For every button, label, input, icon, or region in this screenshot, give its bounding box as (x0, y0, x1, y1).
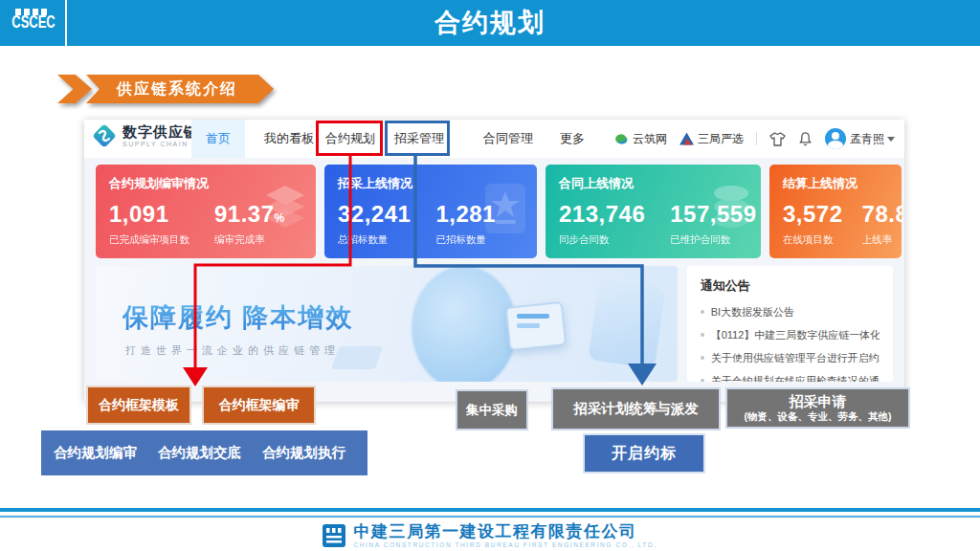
header-bar: CSCEC 合约规划 (0, 0, 980, 46)
bell-icon[interactable] (798, 131, 813, 146)
supply-chain-logo-icon (92, 123, 117, 148)
dashboard-navbar: 数字供应链 SUPPLY CHAIN 首页 我的看板 合约规划 招采管理 合同管… (84, 120, 904, 158)
navbar-right: 云筑网 三局严选 (613, 120, 895, 158)
tab-contract-planning[interactable]: 合约规划 (325, 120, 375, 158)
nav-divider (756, 132, 757, 145)
dashboard-body: 合约规划编审情况 1,091 已完成编审项目数 91.37% 编审完成率 (84, 158, 904, 402)
metric: 213,746 同步合同数 (559, 201, 645, 247)
tab-home[interactable]: 首页 (191, 120, 245, 158)
notice-item[interactable]: 【0112】中建三局数字供应链一体化平... (701, 328, 880, 342)
stat-card-bidding: 招采上线情况 32,241 总招标数量 1,281 已招标数量 (324, 165, 537, 258)
company-name-en: CHINA CONSTRUCTION THIRD BUREAU FIRST EN… (353, 540, 657, 549)
metric: 32,241 总招标数量 (338, 201, 411, 247)
star-badge-icon (481, 182, 529, 235)
metric: 78.8 上线率 (862, 201, 902, 247)
central-procurement-button[interactable]: 集中采购 (456, 389, 528, 430)
open-bid-button[interactable]: 开启约标 (583, 433, 705, 474)
logo-title: 数字供应链 (122, 124, 199, 140)
tab-bidding-management[interactable]: 招采管理 (394, 120, 444, 158)
user-menu[interactable]: 孟青照 (825, 128, 895, 149)
footer-rule-thin (0, 516, 980, 518)
bidding-apply-button[interactable]: 招采申请 (物资、设备、专业、劳务、其他) (725, 387, 910, 429)
droplet-illustration (412, 266, 517, 382)
step-label: 合约规划编审 (54, 444, 137, 462)
portal-link-sanju[interactable]: 三局严选 (679, 131, 744, 147)
footer-rule-thick (0, 508, 980, 512)
stat-card-settlement: 结算上线情况 3,572 在线项目数 78.8 上线率 (769, 165, 902, 258)
sanju-icon (679, 132, 694, 145)
logo-subtitle: SUPPLY CHAIN (122, 140, 199, 148)
banner-subtitle: 打造世界一流企业的供应链管理 (125, 343, 340, 358)
metric: 3,572 在线项目数 (783, 201, 843, 247)
section-badge-label: 供应链系统介绍 (86, 75, 274, 103)
contract-framework-template-button[interactable]: 合约框架模板 (86, 386, 191, 425)
contract-framework-review-button[interactable]: 合约框架编审 (202, 386, 316, 425)
avatar (825, 128, 846, 149)
yunzhu-icon (613, 131, 629, 146)
banner-headline: 保障履约 降本增效 (122, 300, 354, 335)
stat-card-contract-planning: 合约规划编审情况 1,091 已完成编审项目数 91.37% 编审完成率 (96, 165, 316, 258)
stat-card-contract-online: 合同上线情况 213,746 同步合同数 157,559 已维护合同数 (546, 165, 761, 258)
chevron-right-icon (57, 75, 92, 103)
notice-panel: 通知公告 BI大数据发版公告 【0112】中建三局数字供应链一体化平... 关于… (687, 266, 893, 382)
tab-more[interactable]: 更多 (560, 120, 585, 158)
cscec-footer-logo-icon (323, 524, 345, 547)
tab-my-board[interactable]: 我的看板 (264, 120, 314, 158)
promo-banner: 保障履约 降本增效 打造世界一流企业的供应链管理 (96, 266, 678, 382)
illustration-bar (517, 314, 549, 319)
bidding-plan-dispatch-button[interactable]: 招采计划统筹与派发 (551, 387, 721, 430)
portal-link-label: 三局严选 (698, 131, 744, 147)
user-name: 孟青照 (850, 131, 884, 147)
bidding-apply-title: 招采申请 (790, 393, 847, 411)
panel-illustration (588, 279, 665, 369)
card-title: 结算上线情况 (783, 175, 888, 192)
caret-down-icon (887, 137, 895, 142)
step-label: 合约规划交底 (158, 444, 241, 462)
company-name: 中建三局第一建设工程有限责任公司 (353, 522, 657, 540)
stat-cards-row: 合约规划编审情况 1,091 已完成编审项目数 91.37% 编审完成率 (96, 165, 893, 258)
illustration-bar (517, 323, 540, 328)
supply-chain-logo: 数字供应链 SUPPLY CHAIN (92, 123, 199, 148)
portal-link-yunzhu[interactable]: 云筑网 (613, 131, 667, 147)
dashboard-screenshot: 数字供应链 SUPPLY CHAIN 首页 我的看板 合约规划 招采管理 合同管… (84, 120, 904, 402)
slide: CSCEC 合约规划 供应链系统介绍 (0, 0, 980, 551)
page-title: 合约规划 (0, 0, 980, 46)
metric: 1,091 已完成编审项目数 (109, 201, 189, 247)
layers-icon (262, 182, 308, 231)
footer: 中建三局第一建设工程有限责任公司 CHINA CONSTRUCTION THIR… (0, 522, 980, 549)
tab-contract-management[interactable]: 合同管理 (483, 120, 533, 158)
step-label: 合约规划执行 (262, 444, 345, 462)
notice-title: 通知公告 (701, 277, 880, 295)
notice-item[interactable]: 关于合约规划在线应用检查情况的通报 (701, 374, 880, 382)
portal-link-label: 云筑网 (633, 131, 667, 147)
notice-item[interactable]: BI大数据发版公告 (701, 305, 880, 320)
coins-icon (709, 182, 753, 233)
shirt-icon[interactable] (769, 132, 786, 146)
notice-item[interactable]: 关于使用供应链管理平台进行开启约标的... (701, 351, 880, 365)
contract-planning-steps-bar[interactable]: 合约规划编审 合约规划交底 合约规划执行 (41, 430, 368, 475)
bidding-apply-subtitle: (物资、设备、专业、劳务、其他) (745, 410, 892, 423)
